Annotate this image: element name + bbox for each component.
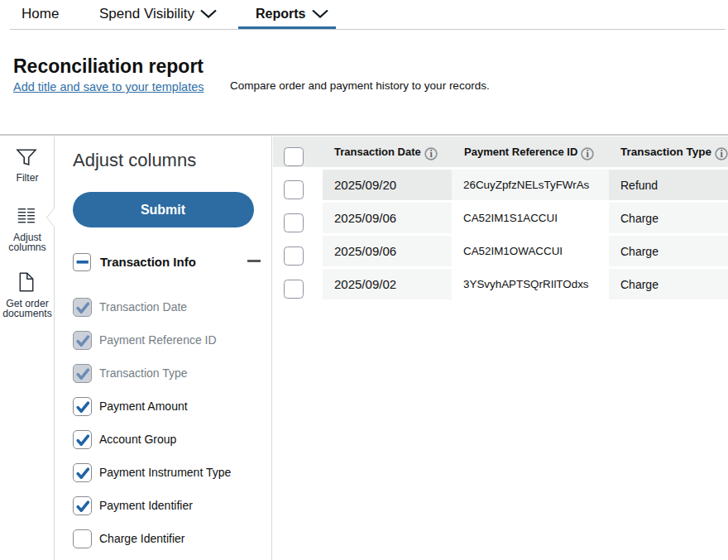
svg-text:i: i [720, 148, 723, 160]
svg-text:i: i [587, 148, 590, 160]
svg-text:i: i [429, 148, 433, 160]
